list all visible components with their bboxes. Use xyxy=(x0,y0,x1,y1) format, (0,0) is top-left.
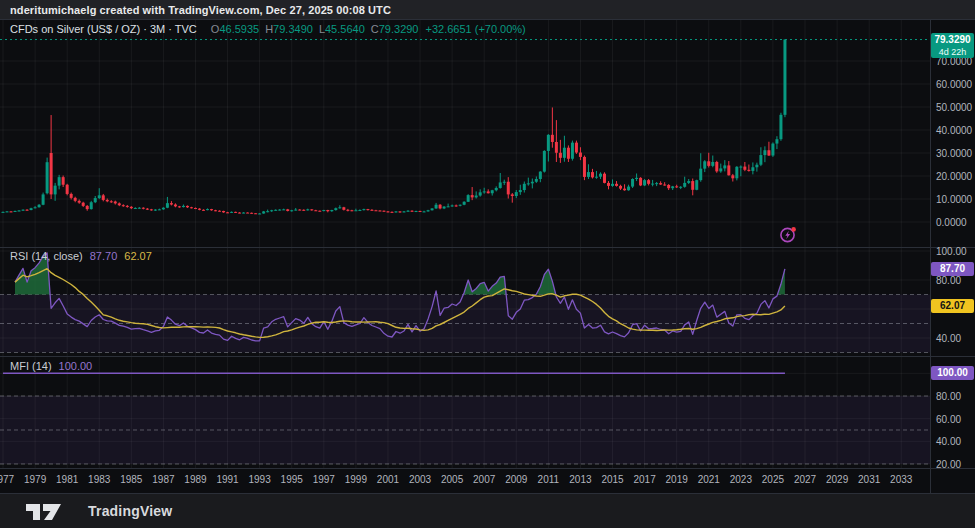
rsi-indicator-title[interactable]: RSI (14, close) xyxy=(10,250,83,262)
candle-body xyxy=(499,182,502,188)
candle-body xyxy=(495,188,498,190)
candle-body xyxy=(278,210,281,211)
candle-body xyxy=(555,142,558,153)
year-tick-label: 2001 xyxy=(371,474,405,485)
rsi-value: 87.70 xyxy=(90,250,118,262)
candle-body xyxy=(154,210,157,211)
tradingview-logo-icon[interactable] xyxy=(25,500,63,522)
mfi-tick-label: 60.00 xyxy=(936,413,961,424)
candle-body xyxy=(415,211,418,212)
candle-body xyxy=(234,212,237,213)
candle-body xyxy=(687,181,690,183)
candle-body xyxy=(74,198,77,201)
candle-body xyxy=(358,210,361,211)
candle-body xyxy=(214,210,217,211)
notification-dot xyxy=(791,227,796,232)
candle-body xyxy=(330,210,333,211)
candle-body xyxy=(122,205,125,206)
candle-body xyxy=(14,211,17,212)
candle-body xyxy=(771,144,774,156)
candle-body xyxy=(491,190,494,193)
candle-body xyxy=(567,148,570,159)
candle-body xyxy=(58,177,61,186)
year-tick-label: 2007 xyxy=(467,474,501,485)
candle-body xyxy=(198,209,201,210)
year-tick-label: 1979 xyxy=(18,474,52,485)
candle-body xyxy=(411,211,414,212)
candle-body xyxy=(763,150,766,155)
candle-body xyxy=(747,170,750,171)
price-axis[interactable]: 0.000010.000020.000030.000040.000050.000… xyxy=(930,20,975,468)
candle-body xyxy=(378,211,381,212)
year-tick-label: 1991 xyxy=(211,474,245,485)
mfi-tick-label: 40.00 xyxy=(936,436,961,447)
candle-body xyxy=(218,211,221,212)
candle-body xyxy=(751,167,754,171)
candle-body xyxy=(755,165,758,168)
candle-body xyxy=(619,186,622,189)
mfi-indicator-title[interactable]: MFI (14) xyxy=(10,360,52,372)
candle-body xyxy=(250,213,253,214)
attribution-bar: nderitumichaelg created with TradingView… xyxy=(0,0,975,20)
year-tick-label: 2005 xyxy=(435,474,469,485)
candle-body xyxy=(302,210,305,211)
candle-body xyxy=(54,186,57,195)
candle-body xyxy=(603,174,606,183)
candle-body xyxy=(350,210,353,211)
candle-body xyxy=(767,150,770,155)
candle-body xyxy=(170,203,173,204)
candle-body xyxy=(254,213,257,214)
candle-body xyxy=(158,209,161,210)
year-tick-label: 2013 xyxy=(563,474,597,485)
rsi-tick-label: 100.00 xyxy=(936,246,967,257)
symbol-title[interactable]: CFDs on Silver (US$ / OZ) · 3M · TVC xyxy=(10,23,197,35)
candle-body xyxy=(583,157,586,177)
candle-body xyxy=(374,210,377,211)
chart-canvas[interactable] xyxy=(0,0,975,528)
year-tick-label: 2015 xyxy=(596,474,630,485)
events-icon[interactable] xyxy=(779,226,797,244)
year-tick-label: 2033 xyxy=(884,474,918,485)
candle-body xyxy=(651,184,654,185)
candle-body xyxy=(266,211,269,212)
footer-bar: TradingView xyxy=(0,493,975,528)
rsi-tick-label: 40.00 xyxy=(936,333,961,344)
price-tick-label: 60.0000 xyxy=(936,79,972,90)
candle-body xyxy=(114,202,117,204)
year-tick-label: 2021 xyxy=(692,474,726,485)
candle-body xyxy=(194,208,197,209)
candle-body xyxy=(615,184,618,186)
candle-body xyxy=(226,212,229,213)
candle-body xyxy=(515,192,518,196)
candle-body xyxy=(639,178,642,186)
candle-body xyxy=(739,167,742,168)
candle-body xyxy=(290,210,293,211)
candle-body xyxy=(575,143,578,153)
candle-body xyxy=(591,172,594,177)
candle-body xyxy=(579,153,582,157)
candle-body xyxy=(679,187,682,188)
candle-body xyxy=(46,162,49,193)
candle-body xyxy=(683,183,686,187)
year-tick-label: 1981 xyxy=(50,474,84,485)
candle-body xyxy=(663,185,666,186)
year-tick-label: 1985 xyxy=(114,474,148,485)
candle-body xyxy=(282,209,285,210)
candle-body xyxy=(210,209,213,210)
candle-body xyxy=(382,211,385,212)
candle-body xyxy=(471,195,474,197)
ohlc-open-value: 46.5935 xyxy=(219,23,259,35)
year-tick-label: 2003 xyxy=(403,474,437,485)
candle-body xyxy=(162,208,165,210)
year-tick-label: 1999 xyxy=(339,474,373,485)
candle-body xyxy=(435,205,438,209)
time-axis[interactable]: 1977197919811983198519871989199119931995… xyxy=(0,468,975,493)
candle-body xyxy=(547,135,550,151)
candle-body xyxy=(783,40,786,115)
candle-body xyxy=(182,206,185,207)
tradingview-brand[interactable]: TradingView xyxy=(88,503,172,519)
candle-body xyxy=(431,208,434,210)
candle-body xyxy=(30,208,33,210)
year-tick-label: 2025 xyxy=(756,474,790,485)
candle-body xyxy=(366,209,369,210)
